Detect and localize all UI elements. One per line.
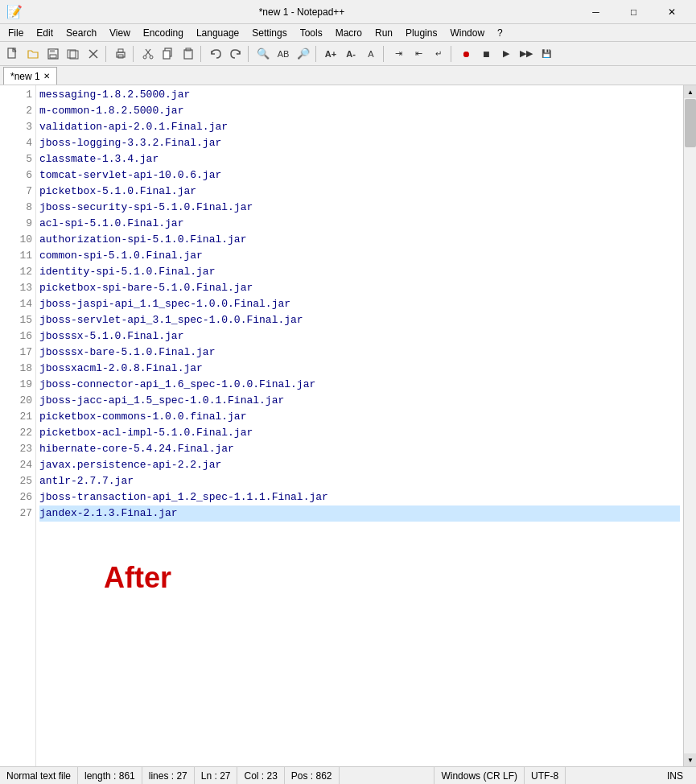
code-line-15: jboss-servlet-api_3.1_spec-1.0.0.Final.j… bbox=[39, 312, 680, 328]
toolbar-print[interactable] bbox=[111, 44, 130, 64]
toolbar-new[interactable] bbox=[3, 44, 23, 64]
title-bar: 📝 *new 1 - Notepad++ ─ □ ✕ bbox=[0, 0, 696, 24]
toolbar-save-macro[interactable]: 💾 bbox=[537, 44, 556, 64]
toolbar-cut[interactable] bbox=[138, 44, 158, 64]
close-button[interactable]: ✕ bbox=[653, 0, 690, 24]
scroll-track[interactable] bbox=[684, 98, 696, 753]
title-bar-icon: 📝 bbox=[6, 4, 23, 19]
toolbar-undo[interactable] bbox=[206, 44, 225, 64]
menu-tools[interactable]: Tools bbox=[294, 24, 329, 42]
toolbar-outdent[interactable]: ⇤ bbox=[409, 44, 428, 64]
menu-bar: File Edit Search View Encoding Language … bbox=[0, 24, 696, 42]
status-line-ending: Windows (CR LF) bbox=[434, 767, 525, 785]
scroll-down-button[interactable]: ▼ bbox=[684, 753, 696, 766]
toolbar-copy[interactable] bbox=[159, 44, 178, 64]
status-encoding: UTF-8 bbox=[525, 767, 566, 785]
svg-rect-3 bbox=[50, 55, 56, 58]
toolbar-sep-4 bbox=[248, 46, 251, 62]
menu-search[interactable]: Search bbox=[60, 24, 103, 42]
toolbar: 🔍 AB 🔎 A+ A- A ⇥ ⇤ ↵ ⏺ ⏹ ▶ ▶▶ 💾 bbox=[0, 42, 696, 66]
after-label: After bbox=[104, 561, 171, 594]
menu-language[interactable]: Language bbox=[190, 24, 245, 42]
status-col: Col : 23 bbox=[237, 767, 284, 785]
code-line-3: validation-api-2.0.1.Final.jar bbox=[39, 119, 680, 135]
code-line-24: javax.persistence-api-2.2.jar bbox=[39, 457, 680, 473]
status-pos: Pos : 862 bbox=[285, 767, 340, 785]
code-line-16: jbosssx-5.1.0.Final.jar bbox=[39, 328, 680, 345]
menu-settings[interactable]: Settings bbox=[245, 24, 293, 42]
svg-rect-2 bbox=[50, 49, 55, 52]
code-line-6: tomcat-servlet-api-10.0.6.jar bbox=[39, 167, 680, 184]
menu-run[interactable]: Run bbox=[369, 24, 399, 42]
menu-macro[interactable]: Macro bbox=[329, 24, 369, 42]
menu-window[interactable]: Window bbox=[443, 24, 491, 42]
code-line-21: picketbox-commons-1.0.0.final.jar bbox=[39, 409, 680, 425]
tab-close-icon[interactable]: ✕ bbox=[43, 72, 50, 80]
toolbar-sep-5 bbox=[315, 46, 319, 62]
toolbar-sep-3 bbox=[200, 46, 204, 62]
code-line-26: jboss-transaction-api_1.2_spec-1.1.1.Fin… bbox=[39, 489, 680, 505]
code-line-4: jboss-logging-3.3.2.Final.jar bbox=[39, 135, 680, 151]
code-line-27: jandex-2.1.3.Final.jar bbox=[39, 505, 680, 522]
svg-rect-17 bbox=[184, 50, 192, 59]
menu-edit[interactable]: Edit bbox=[30, 24, 60, 42]
toolbar-restore-zoom[interactable]: A bbox=[361, 44, 381, 64]
scrollbar-vertical[interactable]: ▲ ▼ bbox=[683, 85, 696, 766]
status-file-type: Normal text file bbox=[6, 767, 78, 785]
code-line-23: hibernate-core-5.4.24.Final.jar bbox=[39, 441, 680, 457]
toolbar-find-next[interactable]: 🔎 bbox=[294, 44, 313, 64]
menu-help[interactable]: ? bbox=[491, 24, 509, 42]
toolbar-open[interactable] bbox=[23, 44, 43, 64]
status-mode: INS bbox=[661, 767, 690, 785]
toolbar-find[interactable]: 🔍 bbox=[253, 44, 273, 64]
status-lines: lines : 27 bbox=[142, 767, 195, 785]
toolbar-sep-7 bbox=[451, 46, 454, 62]
code-line-12: identity-spi-5.1.0.Final.jar bbox=[39, 264, 680, 280]
toolbar-indent[interactable]: ⇥ bbox=[389, 44, 408, 64]
line-numbers: 1234567891011121314151617181920212223242… bbox=[0, 85, 36, 766]
menu-file[interactable]: File bbox=[2, 24, 30, 42]
svg-rect-16 bbox=[163, 51, 170, 59]
tab-new1[interactable]: *new 1 ✕ bbox=[3, 67, 57, 85]
code-line-8: jboss-security-spi-5.1.0.Final.jar bbox=[39, 200, 680, 216]
maximize-button[interactable]: □ bbox=[616, 0, 652, 24]
code-line-13: picketbox-spi-bare-5.1.0.Final.jar bbox=[39, 280, 680, 296]
code-line-1: messaging-1.8.2.5000.jar bbox=[39, 87, 680, 103]
menu-encoding[interactable]: Encoding bbox=[137, 24, 190, 42]
svg-point-13 bbox=[143, 56, 146, 59]
code-line-2: m-common-1.8.2.5000.jar bbox=[39, 103, 680, 119]
toolbar-save[interactable] bbox=[43, 44, 63, 64]
toolbar-replace[interactable]: AB bbox=[274, 44, 293, 64]
toolbar-sep-1 bbox=[105, 46, 109, 62]
toolbar-paste[interactable] bbox=[179, 44, 198, 64]
code-line-9: acl-spi-5.1.0.Final.jar bbox=[39, 216, 680, 232]
editor-content[interactable]: messaging-1.8.2.5000.jarm-common-1.8.2.5… bbox=[36, 85, 683, 766]
scroll-thumb[interactable] bbox=[685, 99, 696, 147]
toolbar-save-all[interactable] bbox=[64, 44, 83, 64]
toolbar-close[interactable] bbox=[84, 44, 103, 64]
minimize-button[interactable]: ─ bbox=[578, 0, 614, 24]
toolbar-sep-2 bbox=[133, 46, 136, 62]
status-length: length : 861 bbox=[78, 767, 142, 785]
toolbar-play[interactable]: ▶ bbox=[496, 44, 516, 64]
code-line-5: classmate-1.3.4.jar bbox=[39, 151, 680, 167]
code-line-7: picketbox-5.1.0.Final.jar bbox=[39, 184, 680, 200]
menu-plugins[interactable]: Plugins bbox=[399, 24, 443, 42]
toolbar-wrap[interactable]: ↵ bbox=[429, 44, 448, 64]
code-line-11: common-spi-5.1.0.Final.jar bbox=[39, 248, 680, 264]
code-line-17: jbosssx-bare-5.1.0.Final.jar bbox=[39, 345, 680, 361]
svg-point-14 bbox=[150, 56, 153, 59]
menu-view[interactable]: View bbox=[103, 24, 137, 42]
toolbar-zoom-out[interactable]: A- bbox=[341, 44, 360, 64]
toolbar-stop[interactable]: ⏹ bbox=[476, 44, 496, 64]
toolbar-zoom-in[interactable]: A+ bbox=[321, 44, 340, 64]
tab-label: *new 1 bbox=[10, 71, 40, 82]
code-line-22: picketbox-acl-impl-5.1.0.Final.jar bbox=[39, 425, 680, 441]
title-controls: ─ □ ✕ bbox=[578, 0, 690, 24]
toolbar-play-many[interactable]: ▶▶ bbox=[517, 44, 536, 64]
toolbar-sep-6 bbox=[383, 46, 386, 62]
editor-container: 1234567891011121314151617181920212223242… bbox=[0, 85, 696, 766]
toolbar-redo[interactable] bbox=[226, 44, 245, 64]
toolbar-record[interactable]: ⏺ bbox=[456, 44, 476, 64]
scroll-up-button[interactable]: ▲ bbox=[684, 85, 696, 98]
